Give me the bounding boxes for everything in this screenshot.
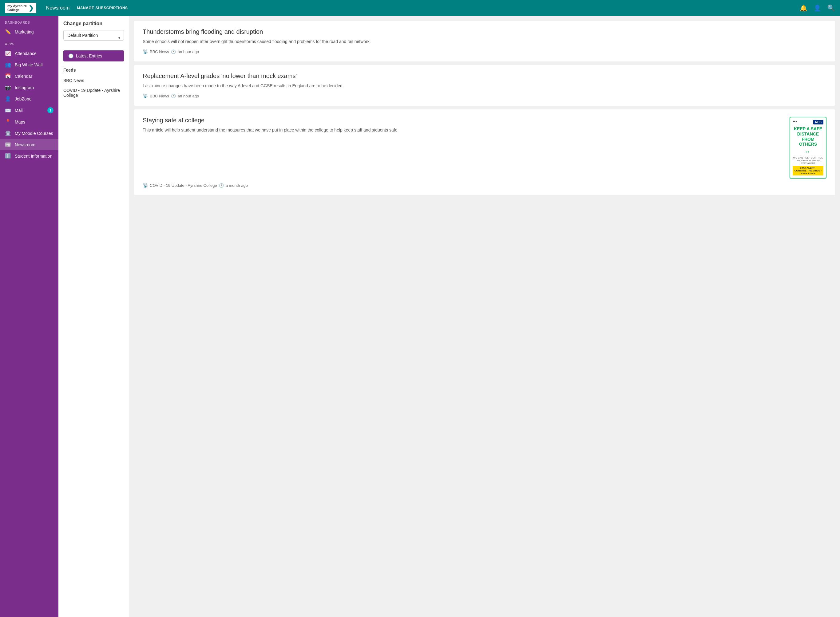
sidebar-item-calendar-label: Calendar [15,74,32,79]
bell-icon[interactable]: 🔔 [800,4,807,12]
sidebar: DASHBOARDS ✏️ Marketing APPS 📈 Attendanc… [0,16,58,617]
sidebar-item-newsroom[interactable]: 📰 Newsroom [0,139,58,150]
latest-entries-button[interactable]: 🕐 Latest Entries [64,50,124,62]
nhs-badge: NHS [813,120,824,124]
article-2-time: an hour ago [178,94,199,98]
feed-item-covid[interactable]: COVID - 19 Update - Ayrshire College [64,86,124,100]
article-alevel[interactable]: Replacement A-level grades 'no lower tha… [134,65,835,106]
moodle-icon: 🏛️ [5,130,11,136]
sidebar-item-jobzone[interactable]: 👤 JobZone [0,93,58,105]
article-2-title: Replacement A-level grades 'no lower tha… [143,72,827,80]
mail-icon: ✉️ [5,108,11,114]
manage-subscriptions-link[interactable]: MANAGE SUBSCRIPTIONS [77,6,127,10]
people-icons: ↔ [805,148,812,155]
article-3-feed: COVID - 19 Update - Ayrshire College [150,183,217,188]
logo-chevron-icon: ❯ [29,4,34,12]
sidebar-item-attendance[interactable]: 📈 Attendance [0,48,58,59]
article-1-feed: BBC News [150,49,169,54]
time-icon-3: 🕐 [219,183,224,188]
content-area: Thunderstorms bring flooding and disrupt… [129,16,840,617]
article-3-text: Staying safe at college This article wil… [143,117,785,179]
sidebar-item-jobzone-label: JobZone [15,96,31,101]
article-3-time: a month ago [226,183,248,188]
sidebar-item-calendar[interactable]: 📅 Calendar [0,70,58,82]
article-1-time: an hour ago [178,49,199,54]
rss-icon-3: 📡 [143,183,148,188]
sidebar-item-big-white-wall-label: Big White Wall [15,62,43,67]
article-1-desc: Some schools will not reopen after overn… [143,38,827,45]
sidebar-item-student-info-label: Student Information [15,154,52,159]
sidebar-item-big-white-wall[interactable]: 👥 Big White Wall [0,59,58,70]
sidebar-item-mail[interactable]: ✉️ Mail 1 [0,105,58,116]
partition-select[interactable]: Default Partition [64,30,124,41]
calendar-icon: 📅 [5,73,11,79]
sidebar-item-mail-label: Mail [15,108,23,113]
article-1-title: Thunderstorms bring flooding and disrupt… [143,28,827,35]
big-white-wall-icon: 👥 [5,62,11,68]
nav-title: Newsroom [46,5,70,11]
article-staying-safe[interactable]: Staying safe at college This article wil… [134,109,835,195]
latest-entries-label: Latest Entries [76,53,102,58]
article-2-feed: BBC News [150,94,169,98]
sidebar-item-marketing-label: Marketing [15,30,34,34]
sidebar-item-student-information[interactable]: ℹ️ Student Information [0,150,58,162]
sidebar-item-newsroom-label: Newsroom [15,142,35,147]
jobzone-icon: 👤 [5,96,11,102]
image-subtext: WE CAN HELP CONTROL THE VIRUS IF WE ALL … [793,156,824,165]
mail-badge: 1 [47,107,53,114]
student-info-icon: ℹ️ [5,153,11,159]
article-3-image: ■■■ NHS KEEP A SAFE DISTANCE FROM OTHERS… [790,117,827,179]
article-thunderstorms[interactable]: Thunderstorms bring flooding and disrupt… [134,21,835,62]
rss-icon-1: 📡 [143,49,148,54]
search-icon[interactable]: 🔍 [827,4,835,12]
logo-box: my AyrshireCollege ❯ [5,3,36,13]
article-3-title: Staying safe at college [143,117,785,124]
logo-area: my AyrshireCollege ❯ [5,3,36,13]
partition-select-wrapper: Default Partition [64,30,124,46]
attendance-icon: 📈 [5,50,11,56]
nav-icons: 🔔 👤 🔍 [800,4,835,12]
clock-icon: 🕐 [68,53,74,58]
feed-item-bbc[interactable]: BBC News [64,75,124,86]
rss-icon-2: 📡 [143,93,148,98]
sidebar-item-my-moodle[interactable]: 🏛️ My Moodle Courses [0,127,58,139]
article-image-source: ■■■ [793,120,797,125]
sidebar-item-maps[interactable]: 📍 Maps [0,116,58,127]
article-3-meta: 📡 COVID - 19 Update - Ayrshire College 🕐… [143,183,827,188]
sidebar-item-instagram-label: Instagram [15,85,34,90]
stay-alert-banner: STAY ALERT · CONTROL THE VIRUS · SAVE LI… [793,166,824,176]
article-3-content: Staying safe at college This article wil… [143,117,827,179]
topnav: my AyrshireCollege ❯ Newsroom MANAGE SUB… [0,0,840,16]
keep-safe-text: KEEP A SAFE DISTANCE FROM OTHERS [793,126,824,147]
middle-panel: Change partition Default Partition 🕐 Lat… [58,16,129,617]
dashboards-label: DASHBOARDS [0,16,58,26]
time-icon-1: 🕐 [171,49,176,54]
instagram-icon: 📷 [5,84,11,90]
main-layout: DASHBOARDS ✏️ Marketing APPS 📈 Attendanc… [0,16,840,617]
sidebar-item-marketing[interactable]: ✏️ Marketing [0,26,58,37]
article-1-meta: 📡 BBC News 🕐 an hour ago [143,49,827,54]
newsroom-icon: 📰 [5,142,11,148]
feeds-label: Feeds [64,68,124,72]
sidebar-item-moodle-label: My Moodle Courses [15,131,53,136]
change-partition-title: Change partition [64,21,124,27]
maps-icon: 📍 [5,119,11,125]
marketing-icon: ✏️ [5,29,11,35]
time-icon-2: 🕐 [171,94,176,98]
sidebar-item-instagram[interactable]: 📷 Instagram [0,82,58,93]
article-2-meta: 📡 BBC News 🕐 an hour ago [143,93,827,98]
sidebar-item-maps-label: Maps [15,120,25,124]
sidebar-item-attendance-label: Attendance [15,51,37,56]
article-2-desc: Last-minute changes have been made to th… [143,83,827,89]
apps-label: APPS [0,37,58,48]
logo-text: my AyrshireCollege [7,4,27,12]
article-3-desc: This article will help student understan… [143,127,785,133]
user-icon[interactable]: 👤 [813,4,821,12]
